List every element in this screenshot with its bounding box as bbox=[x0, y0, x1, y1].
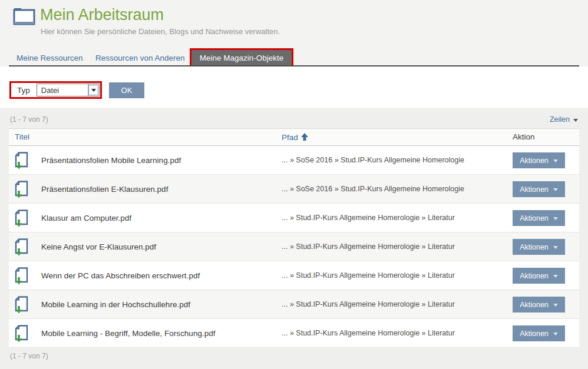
chevron-down-icon bbox=[91, 89, 96, 92]
aktionen-button[interactable]: Aktionen bbox=[513, 181, 565, 197]
type-filter-annotation-box: Typ Datei bbox=[9, 81, 102, 99]
file-download-icon[interactable] bbox=[15, 325, 28, 345]
file-path[interactable]: ... » Stud.IP-Kurs Allgemeine Homerologi… bbox=[282, 329, 455, 337]
tab-meine-ressourcen[interactable]: Meine Ressourcen bbox=[16, 54, 83, 62]
page-subtitle: Hier können Sie persönliche Dateien, Blo… bbox=[41, 27, 280, 36]
file-title[interactable]: Wenn der PC das Abschreiben erschwert.pd… bbox=[41, 271, 200, 280]
aktionen-button[interactable]: Aktionen bbox=[513, 325, 565, 341]
ok-button[interactable]: OK bbox=[109, 82, 144, 98]
file-title[interactable]: Mobile Learning in der Hochschullehre.pd… bbox=[41, 300, 190, 309]
column-header-pfad[interactable]: Pfad bbox=[282, 132, 308, 142]
aktionen-button[interactable]: Aktionen bbox=[513, 297, 565, 313]
type-select[interactable]: Datei bbox=[37, 84, 100, 97]
aktionen-button[interactable]: Aktionen bbox=[513, 268, 565, 284]
file-path[interactable]: ... » Stud.IP-Kurs Allgemeine Homerologi… bbox=[282, 214, 455, 222]
chevron-down-icon bbox=[553, 304, 558, 307]
aktionen-button-label: Aktionen bbox=[520, 301, 549, 309]
type-select-value: Datei bbox=[41, 86, 59, 95]
tab-ressourcen-von-anderen[interactable]: Ressourcen von Anderen bbox=[95, 54, 185, 62]
chevron-down-icon bbox=[553, 217, 558, 220]
aktionen-button[interactable]: Aktionen bbox=[513, 239, 565, 255]
table-row: Mobile Learning in der Hochschullehre.pd… bbox=[9, 290, 579, 319]
file-download-icon[interactable] bbox=[15, 238, 28, 258]
chevron-down-icon bbox=[553, 333, 558, 335]
aktionen-button-label: Aktionen bbox=[520, 330, 549, 338]
chevron-down-icon bbox=[553, 159, 558, 162]
column-header-titel[interactable]: Titel bbox=[15, 132, 29, 141]
file-title[interactable]: Präsentationsfolien Mobile Learning.pdf bbox=[41, 156, 181, 165]
file-path[interactable]: ... » Stud.IP-Kurs Allgemeine Homerologi… bbox=[282, 300, 455, 308]
aktionen-button-label: Aktionen bbox=[520, 157, 549, 165]
table-row: Klausur am Computer.pdf ... » Stud.IP-Ku… bbox=[9, 204, 579, 232]
files-table: Titel Pfad Aktion Präsentationsfolien Mo… bbox=[9, 128, 579, 348]
column-header-aktion: Aktion bbox=[513, 132, 535, 141]
type-filter-label: Typ bbox=[17, 86, 30, 95]
file-title[interactable]: Mobile Learning - Begriff, Modelle, Fors… bbox=[41, 329, 215, 338]
file-path[interactable]: ... » SoSe 2016 » Stud.IP-Kurs Allgemein… bbox=[282, 156, 464, 164]
aktionen-button-label: Aktionen bbox=[520, 243, 549, 251]
workspace-page: Mein Arbeitsraum Hier können Sie persönl… bbox=[0, 0, 588, 369]
chevron-down-icon bbox=[553, 246, 558, 249]
pagination-bottom: (1 - 7 von 7) bbox=[10, 352, 48, 360]
table-body: Präsentationsfolien Mobile Learning.pdf … bbox=[9, 146, 579, 348]
type-select-dropdown-button[interactable] bbox=[88, 84, 99, 96]
file-title[interactable]: Präsentationsfolien E-Klausuren.pdf bbox=[41, 185, 168, 194]
chevron-down-icon bbox=[573, 119, 578, 122]
filter-section: Typ Datei OK bbox=[0, 67, 588, 108]
table-row: Präsentationsfolien E-Klausuren.pdf ... … bbox=[9, 175, 579, 204]
page-header: Mein Arbeitsraum Hier können Sie persönl… bbox=[0, 0, 588, 67]
chevron-down-icon bbox=[553, 275, 558, 278]
folder-icon bbox=[13, 6, 35, 28]
chevron-down-icon bbox=[553, 188, 558, 191]
file-title[interactable]: Klausur am Computer.pdf bbox=[41, 214, 131, 222]
pagination-top: (1 - 7 von 7) bbox=[10, 115, 48, 124]
table-row: Präsentationsfolien Mobile Learning.pdf … bbox=[9, 146, 579, 175]
file-download-icon[interactable] bbox=[15, 296, 28, 316]
file-path[interactable]: ... » Stud.IP-Kurs Allgemeine Homerologi… bbox=[282, 271, 455, 280]
file-path[interactable]: ... » SoSe 2016 » Stud.IP-Kurs Allgemein… bbox=[282, 185, 464, 193]
rows-per-page-label: Zeilen bbox=[550, 115, 570, 124]
table-row: Mobile Learning - Begriff, Modelle, Fors… bbox=[9, 319, 579, 348]
file-path[interactable]: ... » Stud.IP-Kurs Allgemeine Homerologi… bbox=[282, 242, 455, 251]
file-download-icon[interactable] bbox=[15, 181, 28, 201]
file-title[interactable]: Keine Angst vor E-Klausuren.pdf bbox=[41, 242, 156, 251]
page-title: Mein Arbeitsraum bbox=[40, 6, 164, 24]
table-row: Keine Angst vor E-Klausuren.pdf ... » St… bbox=[9, 232, 579, 261]
file-download-icon[interactable] bbox=[15, 267, 28, 287]
aktionen-button[interactable]: Aktionen bbox=[513, 152, 565, 168]
file-download-icon[interactable] bbox=[15, 152, 28, 172]
file-download-icon[interactable] bbox=[15, 210, 28, 230]
aktionen-button-label: Aktionen bbox=[520, 272, 549, 280]
aktionen-button-label: Aktionen bbox=[520, 185, 549, 194]
aktionen-button[interactable]: Aktionen bbox=[513, 210, 565, 226]
tab-meine-magazin-objekte[interactable]: Meine Magazin-Objekte bbox=[191, 50, 292, 66]
aktionen-button-label: Aktionen bbox=[520, 214, 549, 222]
sort-ascending-icon bbox=[301, 133, 308, 142]
table-header-row: Titel Pfad Aktion bbox=[9, 128, 579, 146]
table-row: Wenn der PC das Abschreiben erschwert.pd… bbox=[9, 261, 579, 290]
rows-per-page-control[interactable]: Zeilen bbox=[550, 115, 578, 124]
